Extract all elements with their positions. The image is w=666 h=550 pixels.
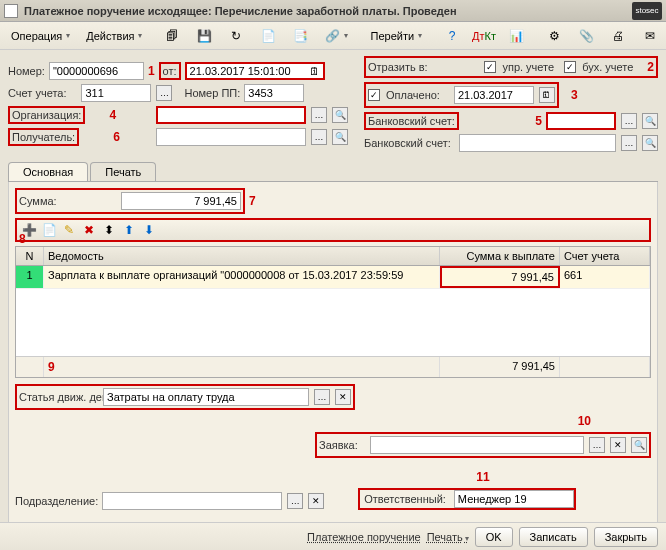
account-select-btn[interactable]: …	[156, 85, 172, 101]
article-select-btn[interactable]: …	[314, 389, 330, 405]
titlebar: Платежное поручение исходящее: Перечисле…	[0, 0, 666, 22]
date-input[interactable]: 21.03.2017 15:01:00🗓	[185, 62, 325, 80]
grid-copy-icon[interactable]: 📄	[41, 222, 57, 238]
operation-menu[interactable]: Операция	[4, 27, 77, 45]
actions-menu[interactable]: Действия	[79, 27, 149, 45]
col-sum[interactable]: Сумма к выплате	[440, 247, 560, 265]
ppnum-input[interactable]: 3453	[244, 84, 304, 102]
bank1-select-btn[interactable]: …	[621, 113, 637, 129]
number-input[interactable]: "0000000696	[49, 62, 144, 80]
grid: N Ведомость Сумма к выплате Счет учета 1…	[15, 246, 651, 378]
tb-mail-icon[interactable]: ✉	[635, 25, 665, 47]
bank2-select-btn[interactable]: …	[621, 135, 637, 151]
grid-header: N Ведомость Сумма к выплате Счет учета	[16, 247, 650, 266]
bank2-input[interactable]	[459, 134, 616, 152]
resp-label: Ответственный:	[360, 491, 450, 507]
mark-7: 7	[249, 194, 256, 208]
form-body: Номер: "0000000696 1 от: 21.03.2017 15:0…	[0, 50, 666, 550]
org-label: Организация:	[8, 106, 85, 124]
mark-2: 2	[647, 60, 654, 74]
col-ved[interactable]: Ведомость	[44, 247, 440, 265]
recipient-label: Получатель:	[8, 128, 79, 146]
save-button[interactable]: Записать	[519, 527, 588, 547]
dept-input[interactable]	[102, 492, 282, 510]
tb-attach-icon[interactable]: 📎	[571, 25, 601, 47]
article-label: Статья движ. ден. средств:	[19, 391, 99, 403]
bank2-label: Банковский счет:	[364, 137, 451, 149]
request-input[interactable]	[370, 436, 584, 454]
request-clear-btn[interactable]: ✕	[610, 437, 626, 453]
request-search-btn[interactable]: 🔍	[631, 437, 647, 453]
grid-up-icon[interactable]: ⬆	[121, 222, 137, 238]
grid-down-icon[interactable]: ⬇	[141, 222, 157, 238]
mark-8: 8	[19, 232, 26, 246]
col-n[interactable]: N	[16, 247, 44, 265]
tb-dtkt-icon[interactable]: ДтКт	[469, 25, 499, 47]
tb-save-icon[interactable]: 💾	[189, 25, 219, 47]
bank2-search-btn[interactable]: 🔍	[642, 135, 658, 151]
acct-check[interactable]: ✓	[564, 61, 576, 73]
from-label: от:	[159, 62, 181, 80]
grid-toolbar: ➕ 📄 ✎ ✖ ⬍ ⬆ ⬇	[15, 218, 651, 242]
tb-help-icon[interactable]: ?	[437, 25, 467, 47]
window-icon	[4, 4, 18, 18]
dept-select-btn[interactable]: …	[287, 493, 303, 509]
sum-input[interactable]: 7 991,45	[121, 192, 241, 210]
mark-9: 9	[48, 360, 55, 374]
tab-print[interactable]: Печать	[90, 162, 156, 181]
grid-row[interactable]: 1 Зарплата к выплате организаций "000000…	[16, 266, 650, 289]
grid-sum-total: 7 991,45	[440, 357, 560, 377]
article-clear-btn[interactable]: ✕	[335, 389, 351, 405]
paid-label: Оплачено:	[386, 89, 440, 101]
request-label: Заявка:	[319, 439, 358, 451]
window-title: Платежное поручение исходящее: Перечисле…	[24, 5, 632, 17]
ppnum-label: Номер ПП:	[184, 87, 240, 99]
mark-6: 6	[113, 130, 120, 144]
tb-settings-icon[interactable]: ⚙	[539, 25, 569, 47]
bank1-search-btn[interactable]: 🔍	[642, 113, 658, 129]
paid-date-input[interactable]: 21.03.2017	[454, 86, 534, 104]
paid-check[interactable]: ✓	[368, 89, 380, 101]
jump-menu[interactable]: Перейти	[363, 27, 429, 45]
grid-sort-icon[interactable]: ⬍	[101, 222, 117, 238]
org-select-btn[interactable]: …	[311, 107, 327, 123]
tb-post-icon[interactable]: 🗐	[157, 25, 187, 47]
tb-print-icon[interactable]: 🖨	[603, 25, 633, 47]
pp-link[interactable]: Платежное поручение	[307, 531, 421, 543]
org-search-btn[interactable]: 🔍	[332, 107, 348, 123]
tb-refresh-icon[interactable]: ↻	[221, 25, 251, 47]
tb-structure-icon[interactable]: 🔗	[317, 25, 355, 47]
grid-edit-icon[interactable]: ✎	[61, 222, 77, 238]
article-input[interactable]: Затраты на оплату труда	[103, 388, 309, 406]
account-input[interactable]: 311	[81, 84, 151, 102]
paid-date-cal-btn[interactable]: 🗓	[539, 87, 555, 103]
dept-clear-btn[interactable]: ✕	[308, 493, 324, 509]
mark-4: 4	[109, 108, 116, 122]
tb-basedon-icon[interactable]: 📑	[285, 25, 315, 47]
recipient-select-btn[interactable]: …	[311, 129, 327, 145]
grid-footer: 9 7 991,45	[16, 356, 650, 377]
recipient-search-btn[interactable]: 🔍	[332, 129, 348, 145]
org-input[interactable]	[156, 106, 306, 124]
sum-label: Сумма:	[19, 195, 57, 207]
mark-11: 11	[476, 470, 489, 484]
ok-button[interactable]: OK	[475, 527, 513, 547]
account-label: Счет учета:	[8, 87, 66, 99]
tab-main-body: Сумма: 7 991,45 7 ➕ 📄 ✎ ✖ ⬍ ⬆ ⬇ 8 N Ведо…	[8, 182, 658, 525]
resp-input[interactable]: Менеджер 19	[454, 490, 574, 508]
close-button[interactable]: Закрыть	[594, 527, 658, 547]
tab-main[interactable]: Основная	[8, 162, 88, 181]
request-select-btn[interactable]: …	[589, 437, 605, 453]
print-menu[interactable]: Печать	[427, 531, 469, 543]
bank1-input[interactable]	[546, 112, 616, 130]
col-acc[interactable]: Счет учета	[560, 247, 650, 265]
grid-delete-icon[interactable]: ✖	[81, 222, 97, 238]
recipient-input[interactable]	[156, 128, 306, 146]
tb-report-icon[interactable]: 📊	[501, 25, 531, 47]
toolbar: Операция Действия 🗐 💾 ↻ 📄 📑 🔗 Перейти ? …	[0, 22, 666, 50]
mark-3: 3	[571, 88, 578, 102]
mark-1: 1	[148, 64, 155, 78]
bank1-label: Банковский счет:	[364, 112, 459, 130]
mgmt-check[interactable]: ✓	[484, 61, 496, 73]
tb-copy-icon[interactable]: 📄	[253, 25, 283, 47]
